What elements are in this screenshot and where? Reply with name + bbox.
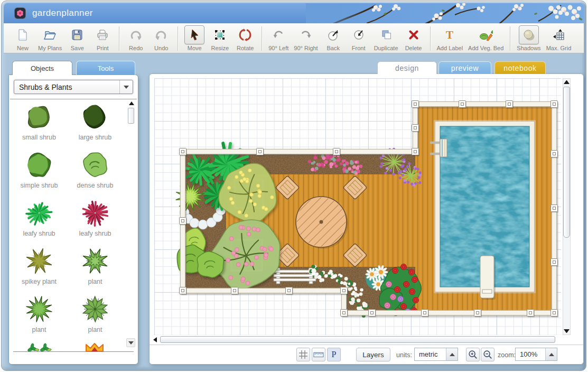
garden-plan[interactable]	[154, 78, 561, 335]
selection-handle[interactable]	[412, 148, 420, 156]
selection-handle[interactable]	[551, 205, 559, 213]
scroll-up-icon[interactable]	[564, 80, 570, 84]
selection-handle[interactable]	[474, 310, 482, 318]
selection-handle[interactable]	[551, 310, 559, 318]
toolbar-add-label-button[interactable]: TAdd Label	[434, 25, 466, 52]
toolbar-max-grid-button[interactable]: Max. Grid	[544, 25, 574, 52]
selection-handle[interactable]	[422, 310, 430, 318]
toolbar-save-button[interactable]: Save	[64, 25, 90, 52]
toolbar-item-label: Shadows	[517, 45, 540, 51]
tab-preview[interactable]: preview	[438, 61, 491, 74]
plant-item-leafy-shrub[interactable]: leafy shrub	[67, 196, 123, 244]
plant-item-leafy-shrub[interactable]: leafy shrub	[11, 196, 67, 244]
plant-item-label: spikey plant	[22, 278, 57, 285]
diving-board[interactable]	[480, 256, 496, 300]
zoom-select[interactable]: 100%	[515, 348, 557, 361]
toolbar-undo-button[interactable]: Undo	[148, 25, 174, 52]
toolbar-item-label: Redo	[129, 45, 143, 51]
p-button[interactable]: P	[327, 348, 341, 361]
toolbar-back-button[interactable]: Back	[321, 25, 346, 52]
toolbar-move-button[interactable]: Move	[182, 25, 207, 52]
selection-handle[interactable]	[412, 125, 420, 133]
selection-handle[interactable]	[341, 310, 349, 318]
toolbar-print-button[interactable]: Print	[90, 25, 115, 52]
toolbar-new-button[interactable]: New	[10, 25, 35, 52]
scroll-down-icon[interactable]	[564, 329, 570, 333]
plant-item-plant[interactable]: plant	[67, 292, 123, 340]
scroll-up-icon[interactable]	[129, 101, 134, 105]
tab-objects[interactable]: Objects	[12, 61, 72, 75]
plant-item-plant[interactable]: plant	[67, 244, 123, 292]
selection-handle[interactable]	[527, 310, 535, 318]
toolbar-item-label: Front	[352, 45, 366, 51]
grid-toggle-button[interactable]	[296, 348, 310, 361]
printer-icon	[92, 25, 113, 44]
plant-item-sprigs-icon[interactable]	[11, 340, 67, 351]
toolbar-90-right-button[interactable]: 90° Right	[291, 25, 320, 52]
plant-item-crown-plant-icon[interactable]	[67, 340, 123, 351]
dense-shrub-icon	[81, 147, 109, 182]
category-dropdown-arrow[interactable]	[119, 80, 133, 94]
selection-handle[interactable]	[551, 101, 559, 109]
selection-handle[interactable]	[231, 287, 239, 295]
toolbar-item-label: Delete	[405, 45, 422, 51]
toolbar-redo-button[interactable]: Redo	[123, 25, 148, 52]
toolbar-duplicate-button[interactable]: Duplicate	[371, 25, 401, 52]
category-dropdown[interactable]: Shrubs & Plants	[14, 80, 133, 94]
plant-item-dense-shrub[interactable]: dense shrub	[67, 147, 123, 196]
units-select[interactable]: metric	[414, 348, 458, 361]
toolbar-front-button[interactable]: Front	[346, 25, 371, 52]
toolbar-add-veg-bed-button[interactable]: Add Veg. Bed	[465, 25, 506, 52]
tab-notebook[interactable]: notebook	[494, 61, 546, 74]
design-canvas[interactable]	[154, 78, 561, 335]
scroll-thumb[interactable]	[128, 108, 134, 124]
selection-handle[interactable]	[180, 148, 188, 156]
tab-design[interactable]: design	[377, 61, 437, 74]
plant-item-large-shrub[interactable]: large shrub	[67, 99, 123, 147]
scroll-down-button[interactable]	[126, 338, 135, 347]
units-select-arrow[interactable]	[446, 348, 458, 360]
tab-tools[interactable]: Tools	[76, 61, 135, 75]
scroll-thumb[interactable]	[160, 336, 555, 343]
grid-toggle-icon	[298, 350, 308, 359]
selection-handle[interactable]	[369, 310, 377, 318]
selection-handle[interactable]	[333, 148, 341, 156]
rotate-icon	[235, 25, 255, 44]
toolbar-delete-button[interactable]: Delete	[401, 25, 426, 52]
zoom-select-arrow[interactable]	[545, 348, 557, 360]
selection-handle[interactable]	[180, 218, 188, 226]
selection-handle[interactable]	[180, 287, 188, 295]
toolbar-shadows-button[interactable]: Shadows	[514, 25, 543, 52]
selection-handle[interactable]	[341, 287, 349, 295]
scroll-thumb[interactable]	[563, 87, 570, 238]
undo-arrow-icon	[151, 25, 171, 44]
selection-handle[interactable]	[286, 287, 294, 295]
selection-handle[interactable]	[551, 259, 559, 267]
plant-item-small-shrub[interactable]: small shrub	[11, 99, 67, 147]
selection-handle[interactable]	[506, 101, 514, 109]
toolbar-90-left-button[interactable]: 90° Left	[266, 25, 291, 52]
rotate-90-right-icon	[296, 25, 316, 44]
selection-handle[interactable]	[459, 101, 467, 109]
zoom-out-button[interactable]	[481, 348, 494, 361]
toolbar-item-label: Resize	[211, 45, 229, 51]
redo-arrow-icon	[126, 25, 146, 44]
canvas-horizontal-scrollbar[interactable]	[153, 336, 561, 344]
toolbar-my-plans-button[interactable]: My Plans	[35, 25, 64, 52]
zoom-in-button[interactable]	[466, 348, 480, 361]
plant-item-simple-shrub[interactable]: simple shrub	[11, 147, 67, 196]
layers-button[interactable]: Layers	[356, 348, 390, 361]
plant-item-plant[interactable]: plant	[11, 292, 67, 340]
toolbar-resize-button[interactable]: Resize	[207, 25, 232, 52]
status-bar: P Layers units: metric zoom:	[150, 345, 583, 364]
scroll-left-icon[interactable]	[153, 337, 157, 342]
selection-handle[interactable]	[257, 148, 265, 156]
toolbar-rotate-button[interactable]: Rotate	[232, 25, 258, 52]
selection-handle[interactable]	[412, 101, 420, 109]
plant-list-scrollbar[interactable]	[128, 101, 135, 349]
ruler-button[interactable]	[312, 348, 325, 361]
plant-item-spikey-plant[interactable]: spikey plant	[11, 244, 67, 292]
zoom-label: zoom:	[498, 351, 516, 359]
canvas-vertical-scrollbar[interactable]	[563, 78, 571, 335]
selection-handle[interactable]	[551, 151, 559, 159]
